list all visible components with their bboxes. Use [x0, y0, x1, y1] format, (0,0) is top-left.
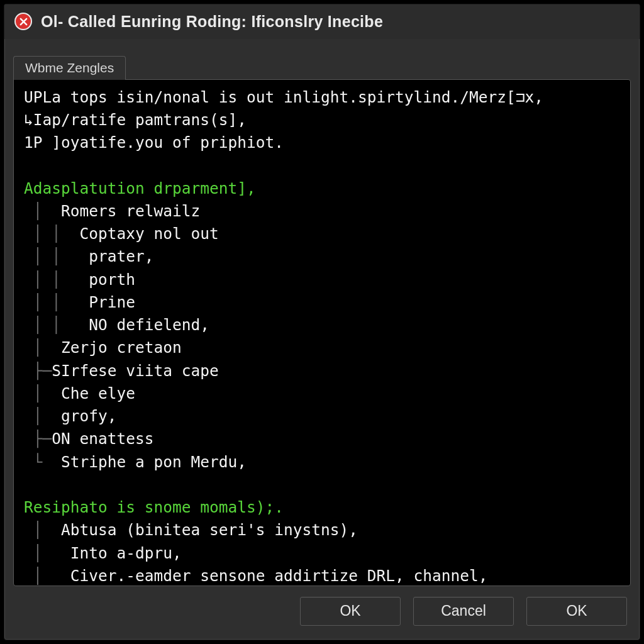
tree-item: prater, [89, 247, 153, 265]
tree-item: Striphe a pon Merdu, [61, 453, 247, 471]
tree-guide: │ │ [24, 293, 89, 311]
tree-guide: ├─ [24, 362, 52, 380]
tree-guide: └ [24, 453, 61, 471]
tree-guide: │ [24, 567, 70, 585]
tree-guide: │ [24, 384, 61, 402]
tree-item: Zerjo cretaon [61, 338, 182, 357]
titlebar: Ol- Called Eunring Roding: Ificonslry In… [4, 4, 640, 39]
tree-guide: │ │ [24, 270, 89, 289]
section-header: Resiphato is snome momals);. [24, 498, 284, 516]
tree-guide: │ [24, 202, 61, 220]
tab-strip: Wbme Zengles [4, 39, 640, 79]
tree-guide: │ │ [24, 247, 89, 265]
tree-item: Civer.-eamder sensone addirtize DRL, cha… [70, 567, 488, 585]
section-header: Adasplatution drparment], [24, 179, 256, 197]
tree-item: Abtusa (binitea seri's inystns), [61, 521, 358, 539]
terminal-output: UPLa tops isin/nonal is out inlight.spir… [24, 86, 620, 587]
tree-item: Prine [89, 293, 135, 311]
term-line: 1P ]oyatife.you of priphiot. [24, 133, 284, 152]
tree-guide: │ [24, 338, 61, 357]
tree-item: Coptaxy nol out [80, 225, 219, 243]
dialog-title: Ol- Called Eunring Roding: Ificonslry In… [41, 13, 383, 31]
tree-item: SIrfese viita cape [52, 362, 219, 380]
tree-item: Che elye [61, 384, 135, 402]
term-line: UPLa tops isin/nonal is out inlight.spir… [24, 88, 543, 106]
tree-guide: ├─ [24, 430, 52, 448]
tree-item: NO defielend, [89, 316, 209, 334]
tree-item: Into a-dpru, [70, 544, 182, 562]
tree-guide: │ [24, 521, 61, 539]
content-frame: UPLa tops isin/nonal is out inlight.spir… [13, 79, 631, 587]
error-icon [14, 13, 32, 30]
tree-guide: │ │ [24, 316, 89, 334]
ok-button-secondary[interactable]: OK [526, 597, 627, 626]
term-line: ↳Iap/ratife pamtrans(s], [24, 111, 247, 129]
tree-item: Romers relwailz [61, 202, 200, 220]
button-row: OK Cancel OK [4, 595, 640, 640]
error-dialog: Ol- Called Eunring Roding: Ificonslry In… [4, 4, 640, 640]
tree-item: ON enattess [52, 430, 153, 448]
tree-guide: │ │ [24, 225, 80, 243]
ok-button[interactable]: OK [300, 597, 401, 626]
tree-item: porth [89, 270, 135, 289]
tree-item: grofy, [61, 407, 117, 425]
tree-guide: │ [24, 407, 61, 425]
cancel-button[interactable]: Cancel [413, 597, 514, 626]
tab-wbme-zengles[interactable]: Wbme Zengles [13, 56, 126, 80]
tree-guide: │ [24, 544, 70, 562]
